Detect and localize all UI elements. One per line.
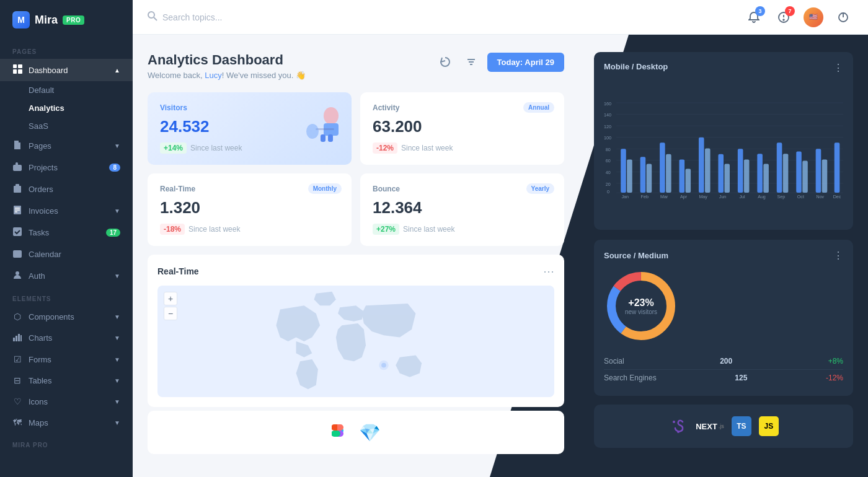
svg-rect-82 <box>802 161 808 193</box>
realtime-card: Monthly Real-Time 1.320 -18% Since last … <box>148 173 352 246</box>
svg-rect-1 <box>18 64 22 68</box>
map-menu-button[interactable]: ⋯ <box>543 265 554 278</box>
filter-button[interactable] <box>461 52 481 72</box>
sidebar-item-forms[interactable]: ☑ Forms ▼ <box>0 349 133 370</box>
svg-rect-10 <box>13 227 22 236</box>
svg-rect-57 <box>640 157 646 193</box>
svg-rect-76 <box>763 164 769 193</box>
svg-text:Apr: Apr <box>680 195 688 199</box>
donut-center-text: +23% new visitors <box>625 297 657 315</box>
invoices-chevron: ▼ <box>114 208 120 214</box>
svg-rect-55 <box>627 159 632 193</box>
svg-rect-11 <box>13 250 22 258</box>
bounce-since: Since last week <box>403 225 454 234</box>
svg-text:100: 100 <box>604 136 611 141</box>
sidebar-subitem-saas[interactable]: SaaS <box>0 117 133 135</box>
sidebar-item-invoices[interactable]: Invoices ▼ <box>0 200 133 222</box>
svg-rect-32 <box>328 134 333 142</box>
source-menu-button[interactable]: ⋮ <box>833 250 843 261</box>
sidebar-item-charts[interactable]: Charts ▼ <box>0 327 133 349</box>
sidebar-item-projects[interactable]: Projects 8 <box>0 157 133 178</box>
bounce-badge: Yearly <box>526 183 554 194</box>
sidebar-item-maps[interactable]: 🗺 Maps ▼ <box>0 412 133 433</box>
svg-text:Nov: Nov <box>816 195 824 199</box>
svg-rect-14 <box>16 336 17 341</box>
visitors-illustration <box>297 97 347 149</box>
svg-text:May: May <box>699 195 707 199</box>
sidebar-icons-label: Icons <box>29 397 48 406</box>
svg-text:Feb: Feb <box>641 195 649 199</box>
alerts-badge: 7 <box>785 6 795 16</box>
mobile-desktop-title: Mobile / Desktop <box>604 62 668 71</box>
bounce-value: 12.364 <box>373 198 552 217</box>
svg-rect-85 <box>822 159 828 193</box>
svg-rect-87 <box>835 142 840 193</box>
icons-icon: ♡ <box>12 396 22 406</box>
user-avatar[interactable]: 🇺🇸 <box>804 7 823 27</box>
svg-point-27 <box>324 107 339 125</box>
right-panel: Mobile / Desktop ⋮ 160 140 120 100 80 60… <box>579 35 868 477</box>
mobile-desktop-header: Mobile / Desktop ⋮ <box>604 62 843 74</box>
tasks-badge: 17 <box>106 229 120 237</box>
orders-icon <box>12 184 22 195</box>
sidebar-item-orders[interactable]: Orders <box>0 178 133 200</box>
sidebar-item-calendar[interactable]: Calendar <box>0 243 133 265</box>
dashboard-chevron: ▲ <box>114 67 120 74</box>
mobile-desktop-menu[interactable]: ⋮ <box>833 62 843 74</box>
sidebar-subitem-analytics[interactable]: Analytics <box>0 99 133 117</box>
maps-icon: 🗺 <box>12 418 22 427</box>
svg-rect-69 <box>718 154 724 193</box>
svg-text:0: 0 <box>607 190 609 195</box>
svg-point-94 <box>673 421 675 423</box>
sidebar-item-components[interactable]: ⬡ Components ▼ <box>0 306 133 327</box>
sidebar-item-dashboard[interactable]: Dashboard ▲ <box>0 59 133 81</box>
svg-rect-72 <box>738 149 743 193</box>
svg-point-34 <box>379 361 388 370</box>
sidebar-item-pages[interactable]: Pages ▼ <box>0 135 133 157</box>
svg-text:Jul: Jul <box>739 195 745 199</box>
activity-badge: Annual <box>523 102 554 113</box>
notifications-button[interactable]: 3 <box>744 7 764 27</box>
donut-wrap: +23% new visitors <box>604 269 843 343</box>
svg-rect-67 <box>705 149 711 193</box>
source-header: Source / Medium ⋮ <box>604 250 843 261</box>
alerts-button[interactable]: 7 <box>774 7 794 27</box>
activity-pct: -12% <box>373 142 397 154</box>
bounce-card: Yearly Bounce 12.364 +27% Since last wee… <box>360 173 564 246</box>
page-subtitle: Welcome back, Lucy! We've missed you. 👋 <box>148 71 564 80</box>
sidebar-invoices-label: Invoices <box>29 206 58 216</box>
sidebar-tasks-label: Tasks <box>29 228 49 237</box>
sidebar-item-icons[interactable]: ♡ Icons ▼ <box>0 391 133 412</box>
search-wrap: Search topics... <box>148 11 734 24</box>
forms-chevron: ▼ <box>114 356 120 363</box>
refresh-button[interactable] <box>435 52 455 72</box>
auth-chevron: ▼ <box>114 273 120 279</box>
sidebar-item-auth[interactable]: Auth ▼ <box>0 265 133 287</box>
power-button[interactable] <box>833 7 853 27</box>
pro-badge: PRO <box>63 15 84 25</box>
typescript-icon: TS <box>732 416 751 436</box>
today-button[interactable]: Today: April 29 <box>487 53 564 72</box>
donut-chart: +23% new visitors <box>604 269 678 343</box>
sidebar-item-tables[interactable]: ⊟ Tables ▼ <box>0 370 133 391</box>
topbar: Search topics... 3 7 🇺🇸 <box>133 0 868 35</box>
svg-text:Jun: Jun <box>719 195 727 199</box>
bounce-label: Bounce <box>373 185 552 193</box>
logo-icon: M <box>12 11 30 28</box>
svg-rect-13 <box>13 338 15 341</box>
svg-text:Oct: Oct <box>797 195 804 199</box>
components-icon: ⬡ <box>12 312 22 322</box>
sidebar-subitem-default[interactable]: Default <box>0 81 133 99</box>
charts-icon <box>12 333 22 343</box>
search-engines-value: 125 <box>735 374 747 382</box>
sidebar-components-label: Components <box>29 312 74 322</box>
svg-rect-58 <box>647 164 652 193</box>
sidebar-item-tasks[interactable]: Tasks 17 <box>0 222 133 243</box>
svg-point-93 <box>677 431 680 433</box>
source-title-label: Source / Medium <box>604 251 668 260</box>
svg-text:Aug: Aug <box>758 195 766 199</box>
sidebar-tables-label: Tables <box>29 376 52 385</box>
svg-rect-66 <box>699 138 704 193</box>
realtime-change: -18% Since last week <box>160 224 339 235</box>
svg-text:120: 120 <box>604 125 611 129</box>
